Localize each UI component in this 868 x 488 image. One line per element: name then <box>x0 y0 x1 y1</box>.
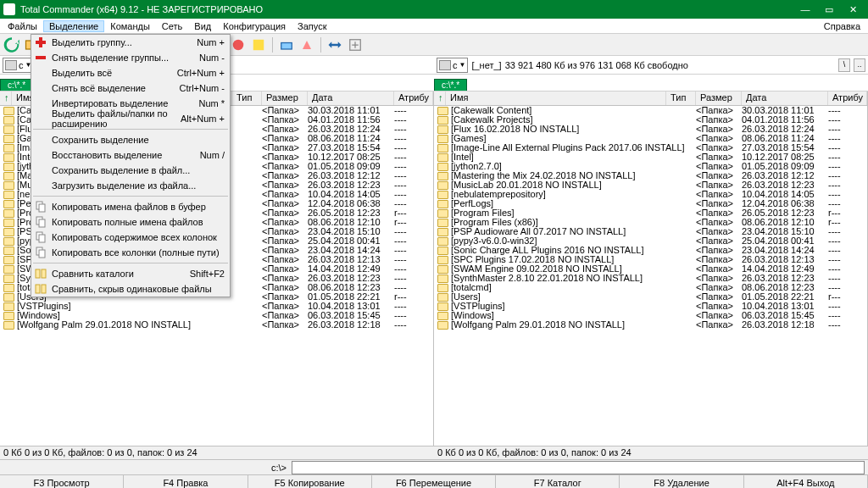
folder-icon <box>3 264 14 274</box>
file-name: [jython2.7.0] <box>451 162 696 171</box>
col-size[interactable]: Размер <box>262 92 308 105</box>
file-name: [Program Files] <box>451 208 696 218</box>
file-row[interactable]: [Wolfgang Palm 29.01.2018 NO INSTALL]<Па… <box>434 320 867 330</box>
maximize-button[interactable]: ▭ <box>817 1 841 18</box>
menu-Запуск[interactable]: Запуск <box>292 20 332 32</box>
svg-point-9 <box>233 39 244 50</box>
file-name: [totalcmd] <box>451 283 696 292</box>
menu-label: Копировать содержимое всех колонок <box>52 232 225 242</box>
dropdown-selection: Выделить группу...Num +Снять выделение г… <box>31 34 231 297</box>
folder-icon <box>437 171 448 180</box>
file-name: [SWAM Engine 09.02.2018 NO INSTALL] <box>451 264 696 274</box>
col-attr[interactable]: Атрибу <box>828 92 867 105</box>
file-date: 26.03.2018 12:18 <box>742 320 828 330</box>
col-ext[interactable]: Тип <box>232 92 262 105</box>
menu-item[interactable]: Снять выделение группы...Num - <box>31 50 230 65</box>
sort-arrow[interactable]: ↑ <box>0 92 12 105</box>
col-date[interactable]: Дата <box>742 92 828 105</box>
drive-selector-right[interactable]: c ▼ <box>437 58 468 73</box>
file-date: 26.03.2018 12:18 <box>308 320 394 330</box>
svg-rect-28 <box>39 204 45 212</box>
up-button[interactable]: .. <box>854 58 865 72</box>
file-name: [Cakewalk Projects] <box>451 115 696 125</box>
menu-item[interactable]: Сравнить, скрыв одинаковые файлы <box>31 281 230 297</box>
titlebar: Total Commander (x64) 9.12 - НЕ ЗАРЕГИСТ… <box>0 0 868 19</box>
tool-icon[interactable] <box>298 36 316 54</box>
menu-help[interactable]: Справка <box>818 20 866 32</box>
folder-icon <box>437 264 448 274</box>
command-input[interactable] <box>292 461 865 474</box>
folder-icon <box>3 255 14 264</box>
menu-label: Снять выделение группы... <box>52 53 199 63</box>
fkey-button[interactable]: F4 Правка <box>124 475 248 488</box>
menu-item[interactable]: Выделить группу...Num + <box>31 35 230 50</box>
tool-icon[interactable] <box>229 36 248 54</box>
drive-selector-left[interactable]: c ▼ <box>3 58 34 73</box>
sort-arrow[interactable]: ↑ <box>434 92 446 105</box>
close-button[interactable]: ✕ <box>841 1 865 18</box>
menu-item[interactable]: Сравнить каталогиShift+F2 <box>31 266 230 281</box>
col-size[interactable]: Размер <box>696 92 742 105</box>
refresh-icon[interactable] <box>3 36 21 54</box>
tool-icon[interactable] <box>277 36 296 54</box>
menu-item[interactable]: Восстановить выделениеNum / <box>31 147 230 163</box>
menu-Конфигурация[interactable]: Конфигурация <box>217 20 292 32</box>
col-ext[interactable]: Тип <box>666 92 696 105</box>
fkey-button[interactable]: F7 Каталог <box>496 475 620 488</box>
copy-icon <box>35 231 47 243</box>
fkey-button[interactable]: Alt+F4 Выход <box>744 475 868 488</box>
folder-icon <box>437 302 448 311</box>
menu-Команды[interactable]: Команды <box>104 20 156 32</box>
folder-icon <box>437 199 448 208</box>
file-name: [MusicLab 20.01.2018 NO INSTALL] <box>451 180 696 190</box>
menu-shortcut: Shift+F2 <box>190 269 225 279</box>
col-attr[interactable]: Атрибу <box>394 92 433 105</box>
status-row: 0 Кб 0 из 0 Кб, файлов: 0 из 0, папок: 0… <box>0 446 868 459</box>
menu-label: Выделить файлы/папки по расширению <box>52 108 181 129</box>
menu-item[interactable]: Выделить всёCtrl+Num + <box>31 65 230 80</box>
prompt: c:\> <box>0 463 292 473</box>
fkey-button[interactable]: F8 Удаление <box>620 475 743 488</box>
menu-item[interactable]: Сохранить выделение <box>31 132 230 147</box>
window-title: Total Commander (x64) 9.12 - НЕ ЗАРЕГИСТ… <box>20 4 793 14</box>
col-date[interactable]: Дата <box>308 92 394 105</box>
minimize-button[interactable]: — <box>793 1 817 18</box>
menu-item[interactable]: Выделить файлы/папки по расширениюAlt+Nu… <box>31 111 230 126</box>
folder-icon <box>437 125 448 134</box>
menu-item[interactable]: Копировать содержимое всех колонок <box>31 230 230 245</box>
menu-Вид[interactable]: Вид <box>188 20 217 32</box>
root-button[interactable]: \ <box>838 58 850 72</box>
menu-shortcut: Num + <box>197 37 225 47</box>
menu-item[interactable]: Снять всё выделениеCtrl+Num - <box>31 80 230 96</box>
folder-icon <box>3 302 14 311</box>
command-row: c:\> <box>0 459 868 474</box>
panel-right[interactable]: [Cakewalk Content]<Папка>30.03.2018 11:0… <box>434 106 868 446</box>
menu-item[interactable]: Загрузить выделение из файла... <box>31 178 230 193</box>
tool-icon[interactable] <box>249 36 268 54</box>
menu-Файлы[interactable]: Файлы <box>2 20 43 32</box>
file-size: <Папка> <box>696 320 742 330</box>
menu-item[interactable]: Копировать все колонки (полные пути) <box>31 245 230 260</box>
folder-icon <box>3 115 14 125</box>
menu-Сеть[interactable]: Сеть <box>156 20 188 32</box>
col-name[interactable]: Имя <box>446 92 666 105</box>
fkey-button[interactable]: F6 Перемещение <box>372 475 496 488</box>
drive-icon <box>5 60 17 70</box>
file-row[interactable]: [Wolfgang Palm 29.01.2018 NO INSTALL]<Па… <box>0 320 433 330</box>
file-name: [nebulatemprepository] <box>451 190 696 199</box>
drive-letter: c <box>19 60 24 70</box>
fkey-button[interactable]: F5 Копирование <box>248 475 372 488</box>
tab-right[interactable]: c:\*.* <box>434 79 467 91</box>
menu-item[interactable]: Сохранить выделение в файл... <box>31 163 230 178</box>
menu-label: Копировать имена файлов в буфер <box>52 202 225 212</box>
menu-item[interactable]: Копировать полные имена файлов <box>31 214 230 230</box>
folder-icon <box>437 246 448 255</box>
tab-left[interactable]: c:\*.* <box>0 79 33 91</box>
menu-Выделение[interactable]: Выделение <box>43 20 104 32</box>
fkey-button[interactable]: F3 Просмотр <box>0 475 124 488</box>
file-name: [Cakewalk Content] <box>451 106 696 115</box>
tool-icon[interactable] <box>326 36 344 54</box>
folder-icon <box>3 236 14 246</box>
tool-icon[interactable] <box>346 36 364 54</box>
menu-item[interactable]: Копировать имена файлов в буфер <box>31 199 230 214</box>
